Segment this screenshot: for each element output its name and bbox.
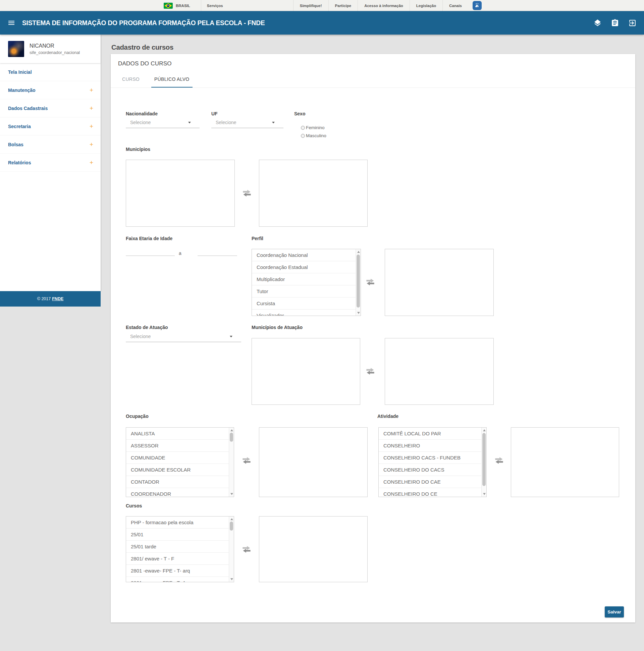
divider xyxy=(201,0,201,11)
scrollbar[interactable] xyxy=(356,249,361,316)
nacionalidade-label: Nacionalidade xyxy=(126,111,158,116)
faixa-etaria-de-input[interactable] xyxy=(126,249,175,256)
transfer-arrows-icon[interactable] xyxy=(366,367,375,376)
list-item[interactable]: Coordenação Nacional xyxy=(252,249,356,261)
radio-icon xyxy=(301,134,305,138)
tab-curso[interactable]: CURSO xyxy=(119,74,143,88)
sidebar: NICANOR sife_coordenador_nacional Tela I… xyxy=(0,35,101,651)
scroll-up-icon xyxy=(231,518,233,520)
uf-label: UF xyxy=(211,111,218,116)
list-item[interactable]: 2801/ ewave - T - F xyxy=(126,553,229,565)
list-item[interactable]: Multiplicador xyxy=(252,273,356,285)
vlibras-accessibility-icon[interactable] xyxy=(472,1,482,10)
avatar xyxy=(8,41,24,57)
gov-link-acesso-informacao[interactable]: Acesso à informação xyxy=(358,0,409,11)
gov-link-canais[interactable]: Canais xyxy=(442,0,468,11)
list-item[interactable]: Visualizador xyxy=(252,310,356,316)
list-item[interactable]: COMITÊ LOCAL DO PAR xyxy=(379,428,481,440)
sidebar-item-secretaria[interactable]: Secretaria + xyxy=(0,117,101,135)
list-item[interactable]: COMUNIDADE ESCOLAR xyxy=(126,464,229,476)
estado-atuacao-select[interactable]: Selecione xyxy=(126,332,241,342)
save-button[interactable]: Salvar xyxy=(605,607,624,617)
atividade-target-box[interactable] xyxy=(511,427,619,497)
expand-plus-icon: + xyxy=(90,87,93,94)
gov-link-participe[interactable]: Participe xyxy=(328,0,358,11)
ocupacao-source-list[interactable]: ANALISTAASSESSORCOMUNIDADECOMUNIDADE ESC… xyxy=(126,427,234,497)
transfer-arrows-icon[interactable] xyxy=(242,456,251,465)
list-item[interactable]: Tutor xyxy=(252,285,356,298)
gov-brand-link[interactable]: BRASIL xyxy=(176,4,190,8)
list-item[interactable]: CONSELHEIRO DO CAE xyxy=(379,476,481,488)
list-item[interactable]: Cursista xyxy=(252,298,356,310)
ocupacao-target-box[interactable] xyxy=(259,427,368,497)
sidebar-item-dados-cadastrais[interactable]: Dados Cadastrais + xyxy=(0,99,101,117)
radio-feminino[interactable]: Feminino xyxy=(301,125,325,130)
scroll-down-icon xyxy=(357,312,360,314)
list-item[interactable]: 2801 -ewave- FPE - T- arq xyxy=(126,565,229,577)
atividade-source-list[interactable]: COMITÊ LOCAL DO PARCONSELHEIROCONSELHEIR… xyxy=(378,427,487,497)
cursos-label: Cursos xyxy=(126,503,142,508)
fnde-footer-link[interactable]: FNDE xyxy=(52,297,63,301)
cursos-target-box[interactable] xyxy=(259,516,368,582)
sidebar-item-bolsas[interactable]: Bolsas + xyxy=(0,135,101,154)
user-role: sife_coordenador_nacional xyxy=(30,50,80,55)
atividade-label: Atividade xyxy=(377,413,398,419)
transfer-arrows-icon[interactable] xyxy=(494,456,504,465)
list-item[interactable]: CONTADOR xyxy=(126,476,229,488)
list-item[interactable]: Coordenação Estadual xyxy=(252,261,356,273)
transfer-arrows-icon[interactable] xyxy=(242,188,251,198)
list-item[interactable]: CONSELHEIRO DO CE xyxy=(379,488,481,497)
list-item[interactable]: PHP - formacao pela escola xyxy=(126,517,229,529)
layers-icon[interactable] xyxy=(593,19,602,27)
clipboard-icon[interactable] xyxy=(611,19,619,27)
sidebar-nav: Tela Inicial Manutenção + Dados Cadastra… xyxy=(0,63,101,172)
card-title: DADOS DO CURSO xyxy=(118,60,172,67)
list-item[interactable]: ASSESSOR xyxy=(126,440,229,452)
list-item[interactable]: CONSELHEIRO DO CACS xyxy=(379,464,481,476)
municipios-atuacao-source-box[interactable] xyxy=(251,338,360,405)
transfer-arrows-icon[interactable] xyxy=(366,277,375,287)
municipios-source-box[interactable] xyxy=(126,160,235,227)
list-item[interactable]: COMUNIDADE xyxy=(126,452,229,464)
municipios-target-box[interactable] xyxy=(259,160,368,227)
scrollbar[interactable] xyxy=(481,428,486,497)
faixa-etaria-ate-input[interactable] xyxy=(197,249,237,256)
chevron-down-icon xyxy=(188,122,191,123)
list-item[interactable]: COORDENADOR xyxy=(126,488,229,497)
expand-plus-icon: + xyxy=(90,141,93,148)
list-item[interactable]: 2801 -ewave- FPE - T- A xyxy=(126,577,229,582)
menu-hamburger-icon[interactable] xyxy=(7,19,16,27)
sidebar-item-manutencao[interactable]: Manutenção + xyxy=(0,81,101,99)
list-item[interactable]: 25/01 xyxy=(126,529,229,541)
sidebar-item-tela-inicial[interactable]: Tela Inicial xyxy=(0,63,101,81)
cursos-source-list[interactable]: PHP - formacao pela escola25/0125/01 tar… xyxy=(126,516,234,582)
brazil-flag-icon xyxy=(164,3,173,9)
user-block: NICANOR sife_coordenador_nacional xyxy=(0,35,101,63)
uf-select[interactable]: Selecione xyxy=(211,118,283,128)
nacionalidade-select[interactable]: Selecione xyxy=(126,118,200,128)
list-item[interactable]: CONSELHEIRO CACS - FUNDEB xyxy=(379,452,481,464)
chevron-down-icon xyxy=(230,336,233,337)
gov-services-link[interactable]: Serviços xyxy=(207,4,223,8)
course-card: DADOS DO CURSO CURSO PÚBLICO ALVO Nacion… xyxy=(111,54,635,622)
list-item[interactable]: CONSELHEIRO xyxy=(379,440,481,452)
tab-bar: CURSO PÚBLICO ALVO xyxy=(111,74,635,88)
logout-icon[interactable] xyxy=(628,19,637,27)
tab-publico-alvo[interactable]: PÚBLICO ALVO xyxy=(151,74,192,88)
list-item[interactable]: 25/01 tarde xyxy=(126,541,229,553)
scroll-thumb xyxy=(230,433,233,442)
app-title: SISTEMA DE INFORMAÇÃO DO PROGRAMA FORMAÇ… xyxy=(22,19,265,27)
list-item[interactable]: ANALISTA xyxy=(126,428,229,440)
scrollbar[interactable] xyxy=(229,428,234,497)
gov-link-legislacao[interactable]: Legislação xyxy=(409,0,442,11)
radio-masculino[interactable]: Masculino xyxy=(301,133,326,138)
municipios-label: Municípios xyxy=(126,147,150,152)
sidebar-item-relatorios[interactable]: Relatórios + xyxy=(0,154,101,172)
perfil-source-list[interactable]: Coordenação NacionalCoordenação Estadual… xyxy=(251,249,361,316)
main-content: Cadastro de cursos DADOS DO CURSO CURSO … xyxy=(101,35,644,651)
municipios-atuacao-target-box[interactable] xyxy=(385,338,494,405)
transfer-arrows-icon[interactable] xyxy=(242,545,251,554)
perfil-target-box[interactable] xyxy=(385,249,494,316)
gov-link-simplifique[interactable]: Simplifique! xyxy=(293,0,328,11)
scrollbar[interactable] xyxy=(229,517,234,582)
